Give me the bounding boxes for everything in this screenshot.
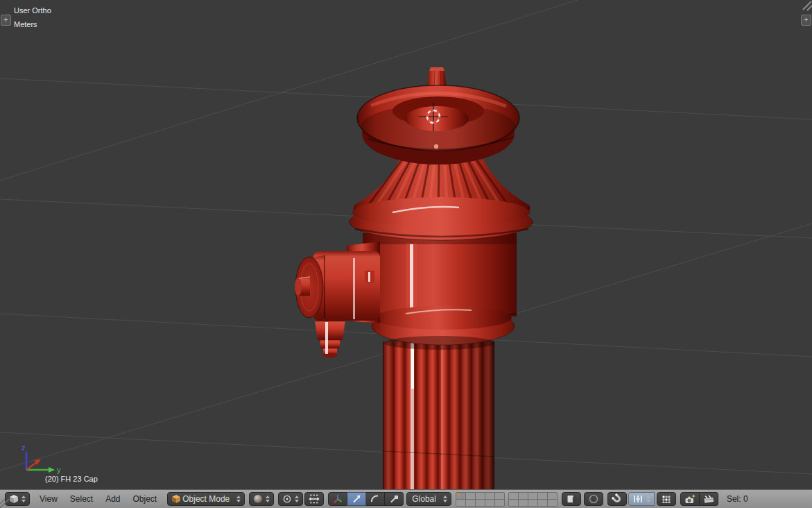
hydrant-lower-flange xyxy=(372,306,515,350)
object-origin-dot[interactable] xyxy=(433,144,439,149)
layer-cell[interactable] xyxy=(476,493,485,499)
pivot-point-selector[interactable] xyxy=(278,492,303,506)
units-label: Meters xyxy=(14,20,37,29)
layer-object-dot xyxy=(457,493,460,496)
layer-1-active[interactable] xyxy=(456,493,465,499)
view-mode-label: User Ortho xyxy=(14,6,51,15)
snap-increment-icon xyxy=(632,493,643,505)
fire-hydrant-model[interactable] xyxy=(295,67,533,489)
hydrant-column xyxy=(383,341,494,489)
menu-object[interactable]: Object xyxy=(133,494,157,504)
menu-select[interactable]: Select xyxy=(70,494,93,504)
transform-orientation-selector[interactable]: Global xyxy=(406,492,451,506)
layer-cell[interactable] xyxy=(509,500,518,506)
layers-group-1[interactable] xyxy=(456,492,505,507)
layer-cell[interactable] xyxy=(519,493,528,499)
proportional-circle-icon xyxy=(588,493,599,505)
pivot-median-icon xyxy=(282,494,292,504)
layer-cell[interactable] xyxy=(476,500,485,506)
snap-element-stepper[interactable] xyxy=(646,496,650,502)
layer-cell[interactable] xyxy=(509,493,518,499)
axis-y-label: y xyxy=(57,466,61,474)
layer-cell[interactable] xyxy=(456,500,465,506)
viewport-canvas: z y xyxy=(0,0,812,489)
grid-snap-icon xyxy=(661,493,672,505)
mode-label: Object Mode xyxy=(182,494,230,504)
corner-drag-grip-bottomleft[interactable] xyxy=(0,499,9,508)
translate-arrow-icon xyxy=(351,493,362,505)
layer-cell[interactable] xyxy=(466,493,475,499)
proportional-edit-toggle[interactable] xyxy=(584,492,603,506)
orientation-label: Global xyxy=(412,494,436,504)
properties-expand-button[interactable]: + xyxy=(801,15,811,26)
layer-cell[interactable] xyxy=(538,500,547,506)
rotate-manipulator-button[interactable] xyxy=(366,492,385,506)
translate-manipulator-button[interactable] xyxy=(347,492,366,506)
layer-cell[interactable] xyxy=(485,493,494,499)
hydrant-collar xyxy=(349,197,533,240)
orientation-stepper[interactable] xyxy=(443,496,447,502)
layers-group-2[interactable] xyxy=(508,492,558,507)
opengl-render-anim-button[interactable] xyxy=(700,492,718,506)
shading-sphere-icon xyxy=(253,494,263,504)
magnet-icon xyxy=(612,493,623,505)
mode-selector[interactable]: Object Mode xyxy=(167,492,245,506)
layer-cell[interactable] xyxy=(528,500,537,506)
blender-window: z y User Ortho Meters (20) FH 23 Cap + +… xyxy=(0,0,812,508)
layer-cell[interactable] xyxy=(495,493,504,499)
lock-icon xyxy=(566,493,577,505)
mode-stepper[interactable] xyxy=(236,496,241,502)
viewport-header: View Select Add Object Object Mode xyxy=(0,489,812,508)
opengl-render-button[interactable] xyxy=(680,492,700,506)
rotate-arc-icon xyxy=(370,493,381,505)
manipulate-centers-toggle[interactable] xyxy=(304,492,324,506)
layer-cell[interactable] xyxy=(485,500,494,506)
viewport-shading-selector[interactable] xyxy=(249,492,274,506)
layer-cell[interactable] xyxy=(548,500,557,506)
axis-z-label: z xyxy=(21,443,26,452)
hydrant-wheel xyxy=(357,85,519,164)
layer-cell[interactable] xyxy=(466,500,475,506)
clapperboard-icon xyxy=(703,493,714,505)
menu-view[interactable]: View xyxy=(40,494,58,504)
camera-icon xyxy=(684,493,696,505)
pivot-stepper[interactable] xyxy=(295,496,299,502)
manipulator-toggle[interactable] xyxy=(328,492,347,506)
corner-drag-grip-topright[interactable] xyxy=(803,1,812,10)
toolshelf-expand-button[interactable]: + xyxy=(1,15,11,26)
lock-to-scene-toggle[interactable] xyxy=(562,492,581,506)
hydrant-nozzle xyxy=(295,242,380,358)
layer-cell[interactable] xyxy=(495,500,504,506)
snap-element-selector[interactable] xyxy=(628,492,655,506)
absolute-grid-snap-toggle[interactable] xyxy=(657,492,676,506)
axis-tripod-icon xyxy=(332,493,343,505)
3d-viewport[interactable]: z y User Ortho Meters (20) FH 23 Cap + + xyxy=(0,0,812,489)
layer-cell[interactable] xyxy=(528,493,537,499)
active-object-label: (20) FH 23 Cap xyxy=(45,475,98,484)
menu-add[interactable]: Add xyxy=(105,494,120,504)
viewport-cube-icon xyxy=(9,494,19,504)
selection-status: Sel: 0 xyxy=(727,494,748,504)
axis-gizmo: z y xyxy=(21,443,61,474)
shading-stepper[interactable] xyxy=(266,496,270,502)
layer-cell[interactable] xyxy=(548,493,557,499)
layer-cell[interactable] xyxy=(519,500,528,506)
layer-cell[interactable] xyxy=(538,493,547,499)
snap-toggle[interactable] xyxy=(607,492,627,506)
object-mode-cube-icon xyxy=(171,494,181,504)
double-arrow-icon xyxy=(309,493,320,505)
scale-manipulator-button[interactable] xyxy=(385,492,404,506)
scale-icon xyxy=(388,493,399,505)
editor-type-stepper[interactable] xyxy=(21,496,26,502)
